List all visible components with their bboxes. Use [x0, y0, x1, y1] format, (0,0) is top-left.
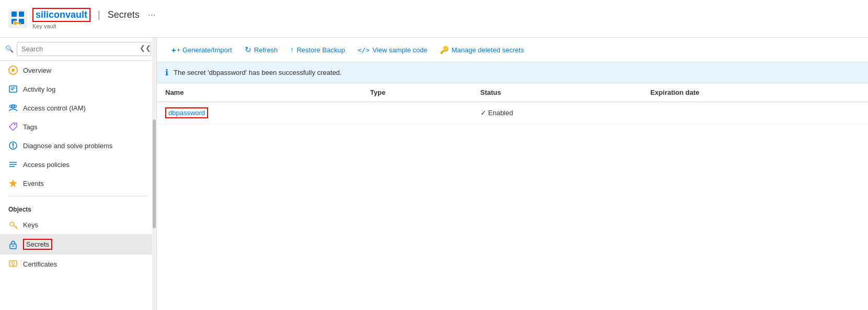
key-vault-icon — [8, 9, 27, 28]
vault-name[interactable]: siliconvault — [32, 8, 90, 22]
info-icon: ℹ — [165, 68, 168, 78]
notification-message: The secret 'dbpassword' has been success… — [174, 69, 341, 76]
toolbar: + + Generate/Import ↻ Refresh ↑ Restore … — [157, 38, 868, 62]
view-sample-code-icon: </> — [358, 46, 370, 54]
objects-section-label: Objects — [0, 200, 156, 215]
certificates-icon — [8, 259, 18, 269]
view-sample-code-label: View sample code — [372, 46, 427, 54]
table-row: dbpassword ✓ Enabled — [157, 102, 868, 124]
sidebar: 🔍 ❮❮ Overview Activity log — [0, 38, 157, 310]
sidebar-item-tags[interactable]: Tags — [0, 117, 156, 136]
sidebar-scrollbar — [152, 38, 156, 310]
tags-icon — [8, 122, 18, 131]
manage-deleted-icon: 🔑 — [440, 46, 449, 54]
secret-expiration-cell — [642, 102, 868, 124]
svg-point-16 — [14, 124, 16, 126]
sidebar-item-label-keys: Keys — [23, 221, 38, 229]
header: siliconvault | Secrets ··· Key vault — [0, 0, 868, 38]
svg-rect-29 — [9, 261, 17, 266]
generate-import-label: + Generate/Import — [177, 46, 232, 54]
svg-rect-1 — [12, 12, 17, 17]
svg-marker-23 — [9, 179, 17, 187]
restore-backup-icon: ↑ — [290, 46, 294, 54]
svg-point-28 — [13, 245, 14, 247]
diagnose-icon — [8, 141, 18, 150]
svg-rect-7 — [20, 23, 21, 25]
svg-rect-10 — [9, 86, 17, 92]
notification-banner: ℹ The secret 'dbpassword' has been succe… — [157, 62, 868, 83]
sidebar-item-label-events: Events — [23, 180, 44, 187]
svg-point-19 — [13, 147, 14, 148]
sidebar-item-label-activity-log: Activity log — [23, 85, 55, 93]
sidebar-item-label-access-control: Access control (IAM) — [23, 104, 86, 112]
sidebar-item-label-diagnose: Diagnose and solve problems — [23, 142, 112, 150]
events-icon — [8, 179, 18, 188]
page-title: Secrets — [108, 9, 140, 20]
svg-rect-2 — [19, 12, 24, 17]
generate-import-button[interactable]: + + Generate/Import — [165, 42, 238, 58]
secret-name-cell: dbpassword — [157, 102, 362, 124]
sidebar-item-access-policies[interactable]: Access policies — [0, 155, 156, 174]
sidebar-item-overview[interactable]: Overview — [0, 61, 156, 80]
more-options-icon[interactable]: ··· — [148, 9, 156, 20]
refresh-icon: ↻ — [245, 45, 252, 54]
svg-point-9 — [12, 69, 15, 72]
refresh-label: Refresh — [254, 46, 278, 54]
sidebar-scrollbar-thumb — [153, 119, 156, 228]
secret-type-cell — [362, 102, 472, 124]
refresh-button[interactable]: ↻ Refresh — [238, 42, 284, 58]
activity-log-icon — [8, 84, 18, 94]
keys-icon — [8, 220, 18, 229]
view-sample-code-button[interactable]: </> View sample code — [351, 43, 434, 57]
sidebar-item-events[interactable]: Events — [0, 174, 156, 193]
sidebar-item-access-control[interactable]: Access control (IAM) — [0, 98, 156, 117]
header-title-block: siliconvault | Secrets ··· Key vault — [32, 8, 156, 29]
collapse-sidebar-icon[interactable]: ❮❮ — [140, 44, 151, 52]
search-icon: 🔍 — [5, 45, 14, 53]
header-subtitle: Key vault — [32, 23, 156, 29]
section-divider — [8, 196, 148, 196]
col-name: Name — [157, 83, 362, 102]
access-control-icon — [8, 103, 18, 113]
svg-point-24 — [10, 222, 14, 226]
secrets-icon — [8, 240, 18, 249]
sidebar-nav: Overview Activity log Access control (IA… — [0, 61, 156, 310]
search-input[interactable] — [17, 42, 151, 56]
sidebar-item-diagnose[interactable]: Diagnose and solve problems — [0, 136, 156, 155]
sidebar-item-secrets[interactable]: Secrets — [0, 234, 156, 254]
sidebar-item-label-access-policies: Access policies — [23, 161, 70, 169]
overview-icon — [8, 65, 18, 75]
secrets-table-area: Name Type Status Expiration date dbpassw… — [157, 83, 868, 310]
header-separator: | — [98, 9, 100, 20]
restore-backup-button[interactable]: ↑ Restore Backup — [284, 42, 351, 57]
sidebar-item-certificates[interactable]: Certificates — [0, 254, 156, 273]
manage-deleted-secrets-button[interactable]: 🔑 Manage deleted secrets — [433, 42, 530, 57]
sidebar-item-label-certificates: Certificates — [23, 260, 57, 268]
main-layout: 🔍 ❮❮ Overview Activity log — [0, 38, 868, 310]
sidebar-item-label-tags: Tags — [23, 123, 37, 131]
manage-deleted-label: Manage deleted secrets — [451, 46, 524, 54]
restore-backup-label: Restore Backup — [296, 46, 345, 54]
col-status: Status — [472, 83, 642, 102]
search-container: 🔍 ❮❮ — [0, 38, 156, 61]
sidebar-item-label-secrets: Secrets — [23, 239, 52, 250]
content-area: + + Generate/Import ↻ Refresh ↑ Restore … — [157, 38, 868, 310]
sidebar-item-activity-log[interactable]: Activity log — [0, 80, 156, 98]
secrets-table: Name Type Status Expiration date dbpassw… — [157, 83, 868, 124]
svg-point-5 — [13, 21, 17, 25]
sidebar-item-keys[interactable]: Keys — [0, 215, 156, 234]
secret-status-cell: ✓ Enabled — [472, 102, 642, 124]
svg-line-26 — [16, 226, 17, 227]
svg-rect-0 — [8, 9, 27, 28]
generate-import-icon: + — [172, 46, 176, 54]
col-expiration: Expiration date — [642, 83, 868, 102]
check-icon: ✓ — [481, 109, 486, 117]
secret-name-link[interactable]: dbpassword — [165, 107, 208, 118]
status-text: Enabled — [488, 109, 513, 117]
access-policies-icon — [8, 160, 18, 169]
svg-point-30 — [12, 262, 15, 265]
sidebar-item-label-overview: Overview — [23, 67, 51, 74]
col-type: Type — [362, 83, 472, 102]
